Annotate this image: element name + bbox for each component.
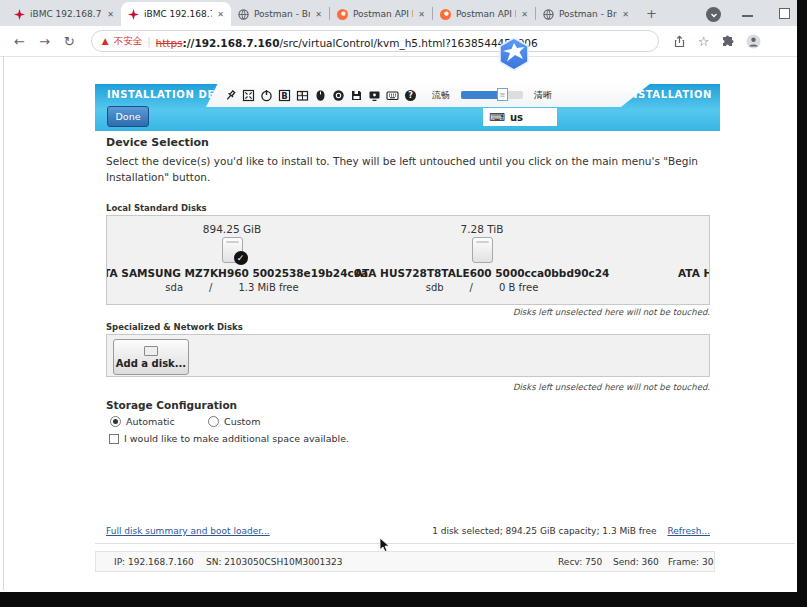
footer-divider [95,543,795,544]
minimize-button[interactable] [742,15,753,17]
ibmc-favicon [128,9,139,20]
share-icon[interactable] [673,35,686,48]
kvm-status-bar: IP: 192.168.7.160 SN: 2103050CSH10M30013… [95,551,715,572]
radio-button-icon[interactable] [208,416,219,427]
back-button[interactable]: ← [14,34,25,49]
disk-tile-sda[interactable]: 894.25 GiB ✓ ATA SAMSUNG MZ7KH960 500253… [107,216,357,304]
close-icon[interactable]: ✕ [622,10,629,19]
tab-ibmc-2-active[interactable]: iBMC 192.168.7.16 ✕ [121,2,231,26]
postman-favicon [337,9,348,20]
radio-button-icon[interactable] [110,416,121,427]
bookmark-star-icon[interactable]: ☆ [698,34,710,49]
close-icon[interactable]: ✕ [217,10,224,19]
done-button[interactable]: Done [107,106,149,127]
close-icon[interactable]: ✕ [418,10,425,19]
keyboard-layout-indicator[interactable]: ⌨ us [483,108,557,126]
new-tab-button[interactable]: + [646,6,657,21]
disk-drive-icon: ✓ [222,237,243,263]
extensions-puzzle-icon[interactable] [721,35,734,48]
url-scheme: https [156,37,183,49]
tab-postman-api-2[interactable]: Postman API Platfo ✕ [433,2,535,26]
close-icon[interactable]: ✕ [521,10,528,19]
radio-automatic-label: Automatic [126,416,175,427]
close-icon[interactable]: ✕ [107,10,114,19]
status-ip: IP: 192.168.7.160 [114,557,194,567]
status-send: Send: 360 [613,557,659,567]
svg-text:?: ? [408,91,413,100]
forward-button[interactable]: → [39,34,50,49]
tab-ibmc-1[interactable]: iBMC 192.168.7.16 ✕ [7,2,121,26]
disk-sep: / [470,282,473,293]
radio-automatic[interactable]: Automatic [110,416,175,427]
quality-slider-fill [461,91,499,99]
disk-dev: sda [165,282,183,293]
add-disk-label: Add a disk... [116,358,186,369]
security-warning-icon: ▲ [102,36,109,46]
selection-summary: 1 disk selected; 894.25 GiB capacity; 1.… [432,526,656,536]
device-selection-intro: Select the device(s) you'd like to insta… [106,153,712,186]
tab-title: Postman - Browse [559,9,617,19]
local-disks-label: Local Standard Disks [106,203,207,213]
globe-favicon [543,9,554,20]
additional-space-option[interactable]: I would like to make additional space av… [109,433,349,444]
quality-slider[interactable]: ≡ [461,91,523,99]
network-disks-label: Specialized & Network Disks [106,322,243,332]
mouse-icon[interactable] [314,89,327,102]
disk-capacity: 894.25 GiB [203,223,261,235]
pin-icon[interactable] [224,89,237,102]
mouse-cursor [379,537,390,557]
quality-sharp-label: 清晰 [534,89,552,102]
disk-free: 0 B free [499,282,538,293]
b-key-icon[interactable]: B [278,89,291,102]
quality-slider-handle[interactable]: ≡ [497,88,508,101]
resolution-icon[interactable]: 1 [296,89,309,102]
url-omnibox[interactable]: ▲ 不安全 | https://192.168.7.160/src/virtua… [91,30,659,52]
add-disk-button[interactable]: Add a disk... [113,339,189,375]
power-icon[interactable] [260,89,273,102]
help-icon[interactable]: ? [404,89,417,102]
keyboard-icon[interactable] [386,89,399,102]
monitor-icon[interactable] [368,89,381,102]
checkbox-icon[interactable] [109,434,119,444]
disk-name: ATA HUS728T8TAL [678,267,710,279]
status-frame: Frame: 30 [668,557,713,567]
refresh-link[interactable]: Refresh... [667,526,710,536]
status-recv: Recv: 750 [558,557,602,567]
keyboard-layout-value: us [510,112,523,123]
full-disk-summary-link[interactable]: Full disk summary and boot loader... [106,526,270,536]
tab-title: Postman - Browse [254,9,310,19]
tab-title: Postman API Platfo [456,9,516,19]
disk-tile-sdb[interactable]: 7.28 TiB ATA HUS728T8TALE600 5000cca0bbd… [357,216,607,304]
globe-favicon [238,9,249,20]
maximize-button[interactable] [779,8,790,19]
screenshot-root: iBMC 192.168.7.16 ✕ iBMC 192.168.7.16 ✕ … [0,0,807,607]
disk-name: ATA SAMSUNG MZ7KH960 5002538e19b24c0a [106,267,368,279]
tab-postman-browse-1[interactable]: Postman - Browse ✕ [231,2,329,26]
radio-custom[interactable]: Custom [208,416,260,427]
fullscreen-icon[interactable] [242,89,255,102]
browser-menu-badge-icon[interactable] [706,7,721,22]
browser-window: iBMC 192.168.7.16 ✕ iBMC 192.168.7.16 ✕ … [0,0,797,592]
thunder-download-icon[interactable] [494,36,534,76]
keyboard-icon: ⌨ [489,111,505,124]
security-warning-label: 不安全 [114,35,143,48]
disk-sep: / [209,282,212,293]
disk-dev: sdb [426,282,444,293]
reload-button[interactable]: ↻ [64,34,75,49]
profile-avatar-icon[interactable] [746,34,761,49]
address-bar: ← → ↻ ▲ 不安全 | https://192.168.7.160/src/… [0,26,797,57]
tab-postman-api-1[interactable]: Postman API Platfo ✕ [330,2,432,26]
record-icon[interactable] [332,89,345,102]
disk-tile-sdc[interactable]: 7 ATA HUS728T8TAL sdc [607,216,710,304]
kvm-toolbar: B 1 ? 流畅 ≡ 清晰 [206,83,651,107]
storage-config-heading: Storage Configuration [106,399,237,411]
tab-postman-browse-2[interactable]: Postman - Browse ✕ [536,2,636,26]
tab-title: Postman API Platfo [353,9,413,19]
disk-drive-icon [144,346,158,356]
ibmc-favicon [14,9,25,20]
disk-drive-icon [472,237,493,263]
radio-custom-label: Custom [224,416,260,427]
close-icon[interactable]: ✕ [315,10,322,19]
floppy-icon[interactable] [350,89,363,102]
device-selection-heading: Device Selection [106,136,209,149]
